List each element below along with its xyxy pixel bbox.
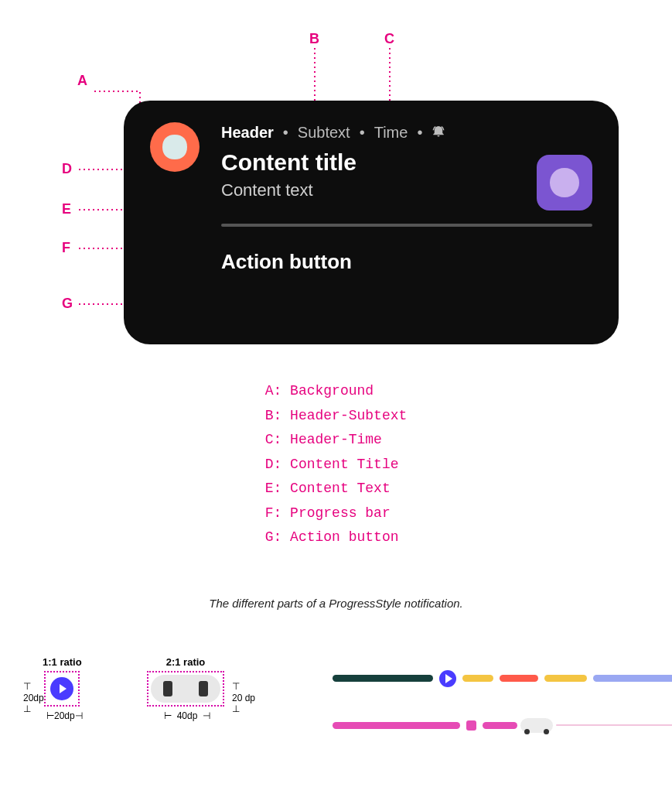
car-seg-2 bbox=[483, 722, 517, 729]
progress-bar bbox=[221, 224, 592, 227]
car-point-1 bbox=[466, 720, 476, 731]
action-button[interactable]: Action button bbox=[221, 250, 592, 274]
dim-1-1-v: ⊤ 20dp ⊥ bbox=[23, 681, 44, 715]
dim-2-1-v: ⊤ 20 dp ⊥ bbox=[232, 681, 255, 715]
callout-E-label: E bbox=[62, 201, 71, 217]
dotted-box-1-1 bbox=[44, 671, 80, 707]
callout-F-label: F bbox=[62, 240, 70, 256]
seg-1 bbox=[333, 675, 433, 682]
large-icon bbox=[537, 155, 592, 210]
callout-D-label: D bbox=[62, 161, 72, 177]
legend-C: C: Header-Time bbox=[265, 428, 408, 453]
callout-C-label: C bbox=[384, 31, 394, 47]
legend-F: F: Progress bar bbox=[265, 501, 408, 526]
callout-A-label: A bbox=[77, 73, 87, 89]
header-subtext: Subtext bbox=[298, 124, 350, 142]
callout-B-label: B bbox=[309, 31, 319, 47]
seg-3 bbox=[500, 675, 538, 682]
dim-2-1-h: ⊢ 40dp ⊣ bbox=[164, 710, 210, 722]
squircle-icon bbox=[161, 133, 189, 161]
header-line: Header • Subtext • Time • bbox=[221, 124, 537, 142]
dim-1-1-h: ⊢20dp⊣ bbox=[46, 710, 83, 722]
header-dot-3: • bbox=[417, 124, 422, 142]
legend-G: G: Action button bbox=[265, 525, 408, 550]
notification-card: Header • Subtext • Time • Content title … bbox=[124, 101, 619, 344]
blob-icon bbox=[547, 165, 582, 200]
content-text: Content text bbox=[221, 180, 537, 200]
car-seg-1 bbox=[333, 722, 460, 729]
play-circle-icon bbox=[50, 677, 73, 700]
car-small-icon bbox=[520, 718, 553, 733]
ratio-2-1-group: 2:1 ratio bbox=[147, 656, 224, 710]
callout-G-label: G bbox=[62, 296, 73, 312]
app-icon bbox=[150, 122, 200, 172]
leader-A-h bbox=[93, 91, 139, 92]
legend-E: E: Content Text bbox=[265, 477, 408, 501]
segmented-track bbox=[333, 670, 672, 687]
notification-anatomy-figure: B C A D E F G Header • Subtext • Time bbox=[0, 0, 672, 356]
legend-D: D: Content Title bbox=[265, 453, 408, 477]
dotted-box-2-1 bbox=[147, 671, 224, 707]
legend-B: B: Header-Subtext bbox=[265, 404, 408, 429]
ratio-1-1-group: 1:1 ratio bbox=[43, 656, 82, 710]
tracker-figure: 1:1 ratio ⊤ 20dp ⊥ ⊢20dp⊣ 2:1 ratio ⊤ 20… bbox=[0, 656, 672, 780]
header-label: Header bbox=[221, 124, 274, 142]
seg-5 bbox=[593, 675, 672, 682]
header-dot-2: • bbox=[360, 124, 365, 142]
ratio-2-1-label: 2:1 ratio bbox=[147, 656, 224, 668]
anatomy-legend: A: Background B: Header-Subtext C: Heade… bbox=[265, 379, 408, 550]
header-time: Time bbox=[374, 124, 408, 142]
seg-4 bbox=[544, 675, 587, 682]
car-seg-3 bbox=[556, 724, 672, 726]
seg-2 bbox=[462, 675, 493, 682]
bell-icon bbox=[432, 124, 445, 142]
card-header: Header • Subtext • Time • Content title … bbox=[150, 122, 592, 219]
header-dot-1: • bbox=[283, 124, 288, 142]
car-topdown-icon bbox=[151, 675, 220, 703]
legend-A: A: Background bbox=[265, 379, 408, 404]
ratio-1-1-label: 1:1 ratio bbox=[43, 656, 82, 668]
header-content: Header • Subtext • Time • Content title … bbox=[221, 122, 537, 219]
tracker-play-icon bbox=[439, 670, 456, 687]
car-tracker bbox=[333, 718, 672, 733]
caption-1: The different parts of a ProgressStyle n… bbox=[0, 597, 672, 610]
content-title: Content title bbox=[221, 149, 537, 176]
